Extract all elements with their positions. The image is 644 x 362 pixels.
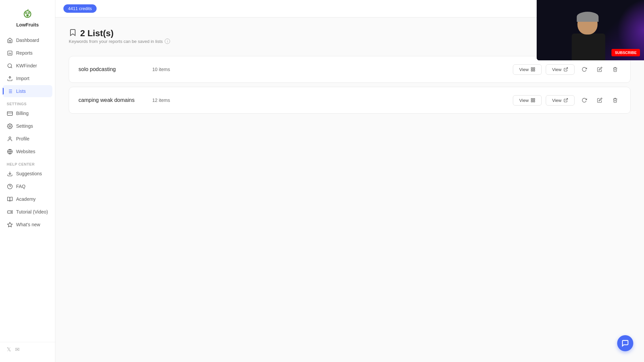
svg-point-2 (28, 12, 30, 14)
svg-point-17 (9, 137, 11, 139)
grid-view-icon (531, 67, 535, 72)
sidebar-item-websites[interactable]: Websites (3, 145, 52, 158)
svg-rect-28 (533, 70, 535, 71)
settings-section-label: SETTINGS (3, 98, 52, 107)
svg-rect-31 (533, 99, 535, 100)
page-title: 2 List(s) (80, 28, 114, 39)
svg-line-4 (28, 9, 28, 10)
sidebar-item-label: Academy (16, 196, 36, 202)
help-section-label: HELP CENTER (3, 158, 52, 168)
svg-point-6 (8, 64, 11, 67)
credit-card-icon (7, 110, 13, 116)
list-actions: View View (513, 64, 621, 75)
list-items-count: 12 items (152, 98, 179, 103)
subscribe-badge: SUBSCRIBE (611, 49, 640, 56)
sidebar-item-label: What's new (16, 222, 40, 227)
refresh-button[interactable] (579, 95, 590, 106)
gear-icon (7, 123, 13, 129)
svg-rect-33 (533, 101, 535, 102)
svg-point-3 (26, 14, 29, 17)
view-button-external[interactable]: View (546, 64, 575, 75)
star-icon (7, 222, 13, 228)
video-person: SUBSCRIBE (537, 0, 644, 60)
info-icon[interactable]: i (165, 39, 170, 44)
svg-rect-32 (531, 101, 533, 102)
sidebar-item-label: Lists (16, 88, 26, 94)
sidebar: LowFruits Dashboard Reports (0, 0, 55, 362)
person-icon (7, 136, 13, 142)
svg-point-1 (25, 12, 28, 14)
logo-text: LowFruits (16, 22, 39, 27)
page-body: 2 List(s) Keywords from your reports can… (55, 17, 644, 362)
house-icon (7, 37, 13, 43)
book-icon (7, 196, 13, 202)
download-icon (7, 171, 13, 177)
sidebar-item-label: Import (16, 76, 30, 81)
sidebar-item-tutorial[interactable]: Tutorial (Video) (3, 206, 52, 218)
sidebar-item-whats-new[interactable]: What's new (3, 219, 52, 231)
delete-button[interactable] (609, 64, 621, 75)
list-icon (7, 88, 13, 94)
grid-view-icon (531, 98, 535, 103)
sidebar-item-label: Dashboard (16, 38, 39, 43)
edit-button[interactable] (594, 95, 605, 106)
list-name: camping weak domains (78, 97, 146, 103)
search-circle-icon (7, 63, 13, 69)
sidebar-item-label: Profile (16, 136, 30, 141)
bookmark-icon (69, 28, 77, 39)
svg-rect-14 (7, 111, 12, 115)
video-overlay: SUBSCRIBE (537, 0, 644, 60)
sidebar-item-reports[interactable]: Reports (3, 47, 52, 59)
sidebar-item-lists[interactable]: Lists (3, 85, 52, 97)
sidebar-item-faq[interactable]: FAQ (3, 180, 52, 192)
edit-button[interactable] (594, 64, 605, 75)
page-title-area: 2 List(s) Keywords from your reports can… (69, 28, 170, 53)
sidebar-item-label: Websites (16, 149, 35, 154)
sidebar-item-settings[interactable]: Settings (3, 120, 52, 132)
delete-button[interactable] (609, 95, 621, 106)
sidebar-item-billing[interactable]: Billing (3, 107, 52, 119)
svg-rect-27 (531, 70, 533, 71)
sidebar-item-label: Reports (16, 50, 33, 56)
globe-icon (7, 148, 13, 155)
sidebar-item-import[interactable]: Import (3, 72, 52, 84)
page-subtitle: Keywords from your reports can be saved … (69, 39, 170, 44)
sidebar-item-label: Billing (16, 111, 29, 116)
credits-badge[interactable]: 4411 credits (63, 4, 97, 13)
svg-point-16 (9, 125, 10, 127)
refresh-button[interactable] (579, 64, 590, 75)
sidebar-item-label: Suggestions (16, 171, 42, 176)
view-button-inline[interactable]: View (513, 95, 542, 106)
svg-rect-23 (7, 210, 11, 213)
list-actions: View View (513, 95, 621, 106)
chart-icon (7, 50, 13, 56)
external-link-icon (564, 98, 568, 103)
sidebar-item-profile[interactable]: Profile (3, 133, 52, 145)
sidebar-item-suggestions[interactable]: Suggestions (3, 168, 52, 180)
list-name: solo podcasting (78, 66, 146, 72)
support-chat-button[interactable] (617, 335, 633, 351)
view-button-external[interactable]: View (546, 95, 575, 106)
upload-icon (7, 75, 13, 81)
email-icon[interactable]: ✉ (15, 346, 19, 353)
sidebar-item-label: Settings (16, 123, 33, 129)
logo: LowFruits (0, 5, 55, 34)
sidebar-item-academy[interactable]: Academy (3, 193, 52, 205)
video-icon (7, 209, 13, 215)
list-item-camping-weak-domains: camping weak domains 12 items View View (69, 87, 631, 114)
sidebar-item-label: FAQ (16, 184, 25, 189)
svg-rect-26 (533, 68, 535, 69)
sidebar-footer: 𝕏 ✉ (0, 342, 55, 357)
svg-line-34 (566, 99, 568, 101)
twitter-icon[interactable]: 𝕏 (7, 346, 11, 353)
sidebar-item-label: Tutorial (Video) (16, 209, 48, 215)
svg-rect-30 (531, 99, 533, 100)
sidebar-item-dashboard[interactable]: Dashboard (3, 34, 52, 46)
sidebar-item-kwfinder[interactable]: KWFinder (3, 60, 52, 72)
svg-rect-25 (531, 68, 533, 69)
svg-line-29 (566, 68, 568, 70)
main-nav: Dashboard Reports KWFinder (0, 34, 55, 342)
question-icon (7, 183, 13, 189)
view-button-inline[interactable]: View (513, 64, 542, 75)
page-title-row: 2 List(s) (69, 28, 170, 39)
